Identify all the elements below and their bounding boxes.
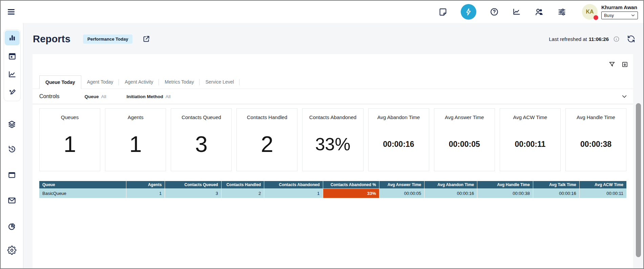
card-value: 33% xyxy=(315,134,350,154)
col-header: Avg Handle Time xyxy=(477,181,533,189)
card-title: Avg Handle Time xyxy=(577,114,615,120)
col-header: Avg Talk Time xyxy=(533,181,579,189)
queue-metrics-table: Queue Agents Contacts Queued Contacts Ha… xyxy=(39,181,626,198)
user-block: KA Khurram Awan Busy xyxy=(582,4,638,20)
top-bar: KA Khurram Awan Busy xyxy=(1,1,643,23)
vertical-scrollbar-thumb[interactable] xyxy=(636,103,641,257)
card-value: 00:00:16 xyxy=(383,140,414,149)
cell-avg-abandon-time: 00:00:16 xyxy=(424,189,477,198)
quick-actions-bolt-icon[interactable] xyxy=(461,4,476,20)
metric-card-avg-acw-time: Avg ACW Time 00:00:11 xyxy=(500,108,561,171)
topbar-actions: KA Khurram Awan Busy xyxy=(439,1,638,23)
metric-card-avg-handle-time: Avg Handle Time 00:00:38 xyxy=(565,108,626,171)
metric-card-contacts-abandoned: Contacts Abandoned 33% xyxy=(302,108,363,171)
metric-card-avg-abandon-time: Avg Abandon Time 00:00:16 xyxy=(368,108,429,171)
col-header: Avg Abandon Time xyxy=(424,181,477,189)
app-window: KA Khurram Awan Busy xyxy=(0,0,644,269)
sidebar-item-mail[interactable] xyxy=(7,196,17,205)
external-link-icon[interactable] xyxy=(142,35,150,43)
line-chart-icon xyxy=(8,70,17,79)
download-icon[interactable] xyxy=(621,61,628,68)
card-value: 1 xyxy=(129,131,142,157)
page-title: Reports xyxy=(33,33,70,45)
last-refreshed-label: Last refreshed at xyxy=(549,36,587,42)
card-value: 00:00:11 xyxy=(515,140,545,149)
metrics-chart-icon[interactable] xyxy=(512,7,521,16)
tab-agent-activity[interactable]: Agent Activity xyxy=(119,75,159,89)
controls-row: Controls Queue All Initiation Method All xyxy=(33,89,633,104)
card-value: 3 xyxy=(195,131,208,157)
initiation-method-filter-value: All xyxy=(166,94,171,99)
queue-filter[interactable]: Queue All xyxy=(85,94,106,99)
col-header: Contacts Handled xyxy=(221,181,264,189)
metric-card-agents: Agents 1 xyxy=(105,108,166,171)
sidebar-item-realtime-metrics[interactable] xyxy=(5,30,20,45)
notes-icon[interactable] xyxy=(439,8,447,16)
initiation-method-filter[interactable]: Initiation Method All xyxy=(127,94,171,99)
cell-queue: BasicQueue xyxy=(39,189,126,198)
cell-contacts-abandoned: 1 xyxy=(264,189,323,198)
help-icon[interactable] xyxy=(490,7,499,16)
cell-avg-answer-time: 00:00:05 xyxy=(379,189,424,198)
sidebar-item-browser[interactable] xyxy=(7,171,16,179)
avatar-initials: KA xyxy=(586,9,594,15)
status-dot xyxy=(594,15,598,20)
sidebar-item-report-designer[interactable] xyxy=(5,85,20,100)
col-header: Agents xyxy=(126,181,165,189)
queue-filter-label: Queue xyxy=(85,94,99,99)
chevron-down-icon xyxy=(631,13,635,18)
sidebar-item-scheduled-reports[interactable] xyxy=(5,49,20,64)
refresh-icon[interactable] xyxy=(627,35,635,43)
metric-card-contacts-queued: Contacts Queued 3 xyxy=(171,108,232,171)
info-icon[interactable] xyxy=(613,36,620,42)
tab-agent-today[interactable]: Agent Today xyxy=(81,75,119,89)
col-header: Queue xyxy=(39,181,126,189)
filter-icon[interactable] xyxy=(608,61,616,68)
card-title: Agents xyxy=(128,114,144,120)
sidebar-item-historical-metrics[interactable] xyxy=(5,67,20,82)
cell-avg-talk-time: 00:00:16 xyxy=(533,189,579,198)
sidebar xyxy=(1,23,23,268)
mail-icon xyxy=(7,196,17,205)
layers-icon xyxy=(7,120,17,129)
hamburger-menu-icon[interactable] xyxy=(7,7,16,16)
table-row: BasicQueue 1 3 2 1 33% 00:00:05 00:00:16… xyxy=(39,189,626,198)
metric-card-contacts-handled: Contacts Handled 2 xyxy=(236,108,297,171)
card-title: Contacts Abandoned xyxy=(309,114,356,120)
sidebar-item-settings[interactable] xyxy=(7,246,17,255)
cell-agents: 1 xyxy=(126,189,165,198)
tab-metrics-today[interactable]: Metrics Today xyxy=(159,75,200,89)
avatar[interactable]: KA xyxy=(582,4,598,20)
sidebar-item-pie-reports[interactable] xyxy=(7,222,17,231)
col-header: Avg Answer Time xyxy=(379,181,424,189)
users-icon[interactable] xyxy=(535,7,544,17)
preferences-sliders-icon[interactable] xyxy=(557,7,566,17)
sidebar-item-layers[interactable] xyxy=(7,120,17,129)
page-header: Reports Performance Today Last refreshed… xyxy=(33,30,635,47)
status-select[interactable]: Busy xyxy=(601,12,638,19)
sidebar-item-history[interactable] xyxy=(7,144,17,154)
card-title: Queues xyxy=(61,114,79,120)
card-value: 00:00:38 xyxy=(580,140,611,149)
user-name: Khurram Awan xyxy=(601,4,638,10)
cell-avg-handle-time: 00:00:38 xyxy=(477,189,533,198)
tab-bar: Queue Today Agent Today Agent Activity M… xyxy=(33,75,633,89)
col-header: Contacts Abandoned xyxy=(264,181,323,189)
cell-avg-acw-time: 00:00:11 xyxy=(579,189,626,198)
controls-collapse-chevron-icon[interactable] xyxy=(621,93,628,100)
sidebar-nav-group xyxy=(4,29,21,101)
cell-contacts-handled: 2 xyxy=(221,189,264,198)
calendar-icon xyxy=(8,52,17,61)
col-header: Avg ACW Time xyxy=(579,181,626,189)
metric-card-queues: Queues 1 xyxy=(39,108,100,171)
main-content: Reports Performance Today Last refreshed… xyxy=(23,23,643,268)
tab-service-level[interactable]: Service Level xyxy=(200,75,240,89)
card-value: 2 xyxy=(261,131,273,157)
settings-gear-icon xyxy=(7,246,17,255)
initiation-method-filter-label: Initiation Method xyxy=(127,94,163,99)
tab-queue-today[interactable]: Queue Today xyxy=(39,75,81,89)
history-icon xyxy=(7,144,17,154)
refresh-area: Last refreshed at 11:06:26 xyxy=(549,35,635,43)
bar-chart-icon xyxy=(8,33,17,42)
card-title: Contacts Queued xyxy=(182,114,221,120)
